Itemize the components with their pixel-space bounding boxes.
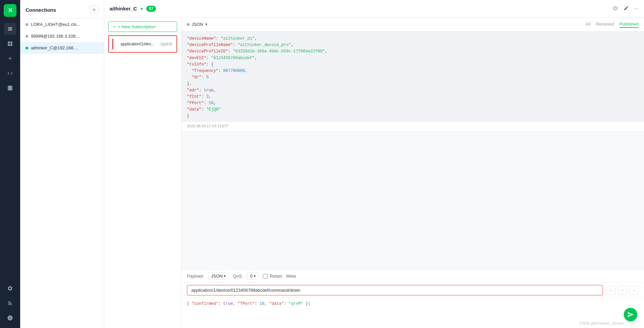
send-button[interactable] [624, 308, 637, 321]
add-connection-button[interactable]: + [90, 5, 98, 14]
message-card-1: "deviceName": "aithinker_di", "devicePro… [182, 32, 644, 122]
sub-indicator [112, 39, 113, 49]
messages-list: "deviceName": "aithinker_di", "devicePro… [182, 32, 644, 269]
publish-nav: ← − → [606, 286, 639, 295]
meta-button[interactable]: Meta [286, 274, 296, 279]
message-count-badge: 57 [146, 6, 156, 12]
connection-item-2[interactable]: 99999@192.168.3.108:... [20, 30, 104, 42]
topbar-dropdown-icon[interactable]: ▾ [140, 6, 143, 11]
topbar-title: aithinker_C [110, 6, 137, 11]
topic-input-row: ← − → [182, 283, 644, 298]
connection-item-3[interactable]: aithinker_C@192.168.... [20, 42, 104, 54]
svg-rect-0 [8, 41, 10, 43]
retain-checkbox-group[interactable]: Retain [263, 274, 282, 279]
more-icon[interactable]: ··· [634, 6, 639, 12]
payload-label: Payload: [187, 274, 204, 279]
new-subscription-button[interactable]: + + New Subscription [108, 22, 177, 32]
main-area: aithinker_C ▾ 57 ··· + + New Subscriptio… [104, 0, 644, 328]
payload-format-chevron: ▾ [224, 274, 226, 278]
filter-tabs: All Received Published [586, 21, 639, 28]
payload-format-value: JSON [211, 274, 223, 279]
connections-panel: Connections + LORA_LIGHT@eu1.clo... 9999… [20, 0, 104, 328]
svg-rect-3 [10, 44, 12, 46]
connection-status-dot-1 [26, 23, 28, 26]
nav-minus-button[interactable]: − [618, 286, 627, 295]
subscription-topic: application/1/dev... [121, 42, 154, 46]
messages-toolbar: JSON ▾ All Received Published [182, 17, 644, 32]
watermark: CSDN @AiThinker_Jenson [579, 321, 624, 325]
qos-chevron: ▾ [254, 274, 256, 278]
publish-toolbar: Payload: JSON ▾ QoS: 0 ▾ Retain Meta [182, 270, 644, 283]
sidebar-connections-icon[interactable] [4, 23, 16, 35]
messages-panel: JSON ▾ All Received Published "deviceNam… [182, 17, 644, 328]
subscription-qos: QoS 0 [159, 42, 173, 46]
qos-label: QoS: [233, 274, 243, 279]
sidebar-code-icon[interactable] [4, 67, 16, 79]
filter-tab-received[interactable]: Received [596, 21, 614, 28]
message-json-content: "deviceName": "aithinker_di", "devicePro… [187, 36, 639, 119]
svg-rect-2 [8, 44, 10, 46]
svg-rect-1 [10, 41, 12, 43]
sidebar-database-icon[interactable] [4, 82, 16, 94]
format-chevron-icon: ▾ [205, 22, 207, 27]
app-logo[interactable]: ✕ [4, 4, 16, 17]
sidebar: ✕ [0, 0, 20, 328]
filter-tab-all[interactable]: All [586, 21, 590, 28]
payload-format-select[interactable]: JSON ▾ [208, 272, 229, 280]
sidebar-add-icon[interactable] [4, 52, 16, 65]
format-label: JSON [192, 22, 203, 27]
topic-input[interactable] [187, 285, 603, 295]
nav-back-button[interactable]: ← [606, 286, 616, 295]
publish-body[interactable]: { "confirmed": true, "fPort": 10, "data"… [182, 298, 644, 328]
qos-select[interactable]: 0 ▾ [247, 272, 259, 280]
publish-area: Payload: JSON ▾ QoS: 0 ▾ Retain Meta [182, 269, 644, 328]
retain-checkbox[interactable] [263, 274, 268, 279]
filter-tab-published[interactable]: Published [619, 21, 639, 28]
retain-label: Retain [270, 274, 282, 279]
sidebar-dashboard-icon[interactable] [4, 38, 16, 50]
subscriptions-panel: + + New Subscription application/1/dev..… [104, 17, 182, 328]
sidebar-info-icon[interactable] [4, 312, 16, 324]
connection-item-1[interactable]: LORA_LIGHT@eu1.clo... [20, 18, 104, 30]
message-timestamp: 2023-08-04 17:43:13:677 [182, 122, 644, 132]
content-area: + + New Subscription application/1/dev..… [104, 17, 644, 328]
connection-name-2: 99999@192.168.3.108:... [31, 34, 80, 39]
connections-title: Connections [26, 7, 56, 13]
nav-forward-button[interactable]: → [629, 286, 639, 295]
format-status-dot [187, 23, 190, 26]
sidebar-rss-icon[interactable] [4, 297, 16, 309]
connection-name-3: aithinker_C@192.168.... [31, 45, 78, 50]
edit-icon[interactable] [623, 5, 629, 12]
svg-point-4 [8, 86, 12, 87]
plus-icon: + [113, 24, 116, 29]
connection-status-dot-2 [26, 35, 28, 38]
new-subscription-label: + New Subscription [118, 24, 156, 29]
subscription-item-1[interactable]: application/1/dev... QoS 0 [108, 35, 177, 53]
topbar: aithinker_C ▾ 57 ··· [104, 0, 644, 17]
power-icon[interactable] [613, 5, 618, 12]
format-selector[interactable]: JSON ▾ [187, 22, 207, 27]
topbar-actions: ··· [613, 5, 639, 12]
qos-value: 0 [250, 274, 252, 279]
connection-name-1: LORA_LIGHT@eu1.clo... [31, 22, 80, 27]
connections-header: Connections + [20, 0, 104, 18]
connection-status-dot-3 [26, 47, 28, 49]
sidebar-settings-icon[interactable] [4, 282, 16, 294]
